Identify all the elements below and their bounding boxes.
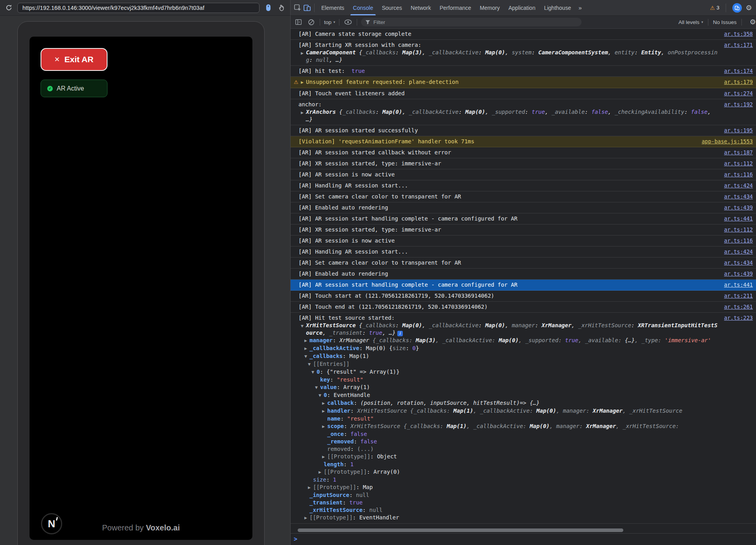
expand-arrow-icon[interactable]: ▶: [304, 345, 309, 352]
device-sync-icon[interactable]: [732, 3, 742, 13]
touch-gesture-icon[interactable]: [277, 3, 286, 13]
expand-arrow-icon[interactable]: ▶: [319, 469, 324, 476]
console-row[interactable]: [AR] Set camera clear color to transpare…: [291, 191, 756, 202]
no-issues-label[interactable]: No Issues: [713, 19, 737, 25]
live-expression-eye-icon[interactable]: [343, 17, 353, 27]
tab-lighthouse[interactable]: Lighthouse: [540, 0, 576, 15]
chevron-down-icon: ▾: [334, 20, 335, 24]
collapse-arrow-icon[interactable]: ▼: [319, 392, 324, 399]
source-link[interactable]: app-base.js:1553: [702, 138, 753, 145]
more-tabs-icon[interactable]: »: [575, 4, 585, 11]
address-bar[interactable]: https://192.168.0.146:3000/viewer/k97ecv…: [17, 3, 259, 13]
tab-memory[interactable]: Memory: [476, 0, 504, 15]
inspect-element-icon[interactable]: [293, 3, 302, 13]
console-row[interactable]: [AR] XR session started, type: immersive…: [291, 158, 756, 169]
source-link[interactable]: ar.ts:112: [724, 226, 753, 234]
warnings-badge[interactable]: ⚠ 3: [710, 5, 719, 11]
source-link[interactable]: ar.ts:439: [724, 270, 753, 278]
source-link[interactable]: ar.ts:261: [724, 303, 753, 311]
reload-icon[interactable]: [4, 3, 13, 13]
source-link[interactable]: ar.ts:211: [724, 292, 753, 300]
settings-gear-icon[interactable]: ⚙: [746, 4, 752, 11]
tab-application[interactable]: Application: [504, 0, 540, 15]
context-selector[interactable]: top▾: [324, 19, 335, 25]
mouse-icon[interactable]: [263, 3, 273, 13]
source-link[interactable]: ar.ts:116: [724, 171, 753, 178]
console-row[interactable]: [AR] Enabled auto renderingar.ts:439: [291, 269, 756, 280]
console-row[interactable]: [AR] Touch start at (121.70561218261719,…: [291, 291, 756, 302]
source-link[interactable]: ar.ts:434: [724, 193, 753, 200]
tab-network[interactable]: Network: [406, 0, 435, 15]
source-link[interactable]: ar.ts:174: [724, 67, 753, 75]
console-sidebar-icon[interactable]: [294, 17, 303, 27]
source-link[interactable]: ar.ts:441: [724, 215, 753, 222]
console-row[interactable]: [AR] AR session is now activear.ts:116: [291, 235, 756, 247]
tab-performance[interactable]: Performance: [435, 0, 475, 15]
collapse-arrow-icon[interactable]: ▼: [308, 361, 313, 368]
console-row[interactable]: [AR] Hit test source started:▼XrHitTestS…: [291, 313, 756, 524]
collapse-arrow-icon[interactable]: ▼: [301, 323, 306, 330]
source-link[interactable]: ar.ts:434: [724, 259, 753, 267]
console-row[interactable]: [AR] Enabled auto renderingar.ts:439: [291, 202, 756, 213]
console-row[interactable]: ⚠▶Unsupported feature requested: plane-d…: [291, 77, 756, 88]
tab-elements[interactable]: Elements: [317, 0, 348, 15]
console-row[interactable]: [AR] AR session start handling complete …: [291, 213, 756, 224]
source-link[interactable]: ar.ts:439: [724, 204, 753, 211]
console-row[interactable]: [AR] Set camera clear color to transpare…: [291, 258, 756, 269]
expand-arrow-icon[interactable]: ▶: [301, 50, 306, 57]
expand-arrow-icon[interactable]: ▶: [304, 514, 309, 522]
source-link[interactable]: ar.ts:187: [724, 149, 753, 156]
console-row[interactable]: [AR] AR session started callback without…: [291, 147, 756, 158]
device-frame: × Exit AR ✓ AR Active N Powered by Voxel…: [17, 21, 265, 545]
expand-arrow-icon[interactable]: ▶: [304, 337, 309, 345]
source-link[interactable]: ar.ts:179: [724, 78, 753, 86]
source-link[interactable]: ar.ts:195: [724, 127, 753, 134]
console-row[interactable]: [AR] AR session start handling complete …: [291, 280, 756, 291]
expand-arrow-icon[interactable]: ▶: [322, 400, 327, 407]
console-row[interactable]: [AR] AR session is now activear.ts:116: [291, 169, 756, 180]
console-row[interactable]: [AR] Handling AR session start...ar.ts:4…: [291, 180, 756, 191]
source-link[interactable]: ar.ts:116: [724, 237, 753, 245]
clear-console-icon[interactable]: [306, 17, 316, 27]
expand-arrow-icon[interactable]: ▶: [301, 109, 306, 117]
console-row[interactable]: [AR] Touch event listeners addedar.ts:27…: [291, 88, 756, 99]
levels-dropdown[interactable]: All levels▾: [678, 19, 703, 25]
tab-sources[interactable]: Sources: [378, 0, 406, 15]
collapse-arrow-icon[interactable]: ▼: [315, 384, 320, 391]
console-row[interactable]: [AR] Camera state storage completear.ts:…: [291, 29, 756, 40]
scrollbar-thumb[interactable]: [298, 528, 623, 532]
source-link[interactable]: ar.ts:112: [724, 160, 753, 167]
devtools-tabs: ElementsConsoleSourcesNetworkPerformance…: [317, 0, 575, 15]
filter-input[interactable]: Filter: [361, 18, 582, 26]
console-row[interactable]: [AR] Touch end at (121.70561218261719, 5…: [291, 302, 756, 313]
exit-ar-button[interactable]: × Exit AR: [41, 48, 107, 71]
device-toolbar-icon[interactable]: [302, 3, 312, 13]
console-row[interactable]: [AR] hit test: truear.ts:174: [291, 66, 756, 77]
console-row[interactable]: [AR] Starting XR session with camera:▶Ca…: [291, 40, 756, 66]
tab-console[interactable]: Console: [348, 0, 377, 15]
source-link[interactable]: ar.ts:424: [724, 182, 753, 189]
console-row[interactable]: [Violation] 'requestAnimationFrame' hand…: [291, 136, 756, 147]
expand-arrow-icon[interactable]: ▶: [322, 408, 327, 415]
console-row[interactable]: [AR] AR session started successfullyar.t…: [291, 125, 756, 136]
console-row[interactable]: anchor:▶XrAnchors {_callbacks: Map(0), _…: [291, 99, 756, 125]
expand-arrow-icon[interactable]: ▶: [301, 79, 306, 86]
console-prompt[interactable]: >: [291, 533, 756, 545]
console-settings-gear-icon[interactable]: ⚙: [750, 19, 756, 26]
expand-arrow-icon[interactable]: ▶: [308, 484, 313, 491]
source-link[interactable]: ar.ts:223: [724, 314, 753, 322]
collapse-arrow-icon[interactable]: ▼: [304, 353, 309, 360]
collapse-arrow-icon[interactable]: ▼: [311, 369, 317, 376]
source-link[interactable]: ar.ts:441: [724, 281, 753, 289]
source-link[interactable]: ar.ts:274: [724, 90, 753, 97]
console-row[interactable]: [AR] Handling AR session start...ar.ts:4…: [291, 247, 756, 258]
page-viewport: × Exit AR ✓ AR Active N Powered by Voxel…: [0, 16, 290, 545]
source-link[interactable]: ar.ts:192: [724, 101, 753, 108]
source-link[interactable]: ar.ts:424: [724, 248, 753, 256]
expand-arrow-icon[interactable]: ▶: [322, 453, 327, 461]
console-row[interactable]: [AR] XR session started, type: immersive…: [291, 224, 756, 235]
info-badge-icon[interactable]: i: [397, 331, 403, 336]
source-link[interactable]: ar.ts:358: [724, 30, 753, 38]
expand-arrow-icon[interactable]: ▶: [322, 423, 327, 430]
source-link[interactable]: ar.ts:171: [724, 41, 753, 49]
